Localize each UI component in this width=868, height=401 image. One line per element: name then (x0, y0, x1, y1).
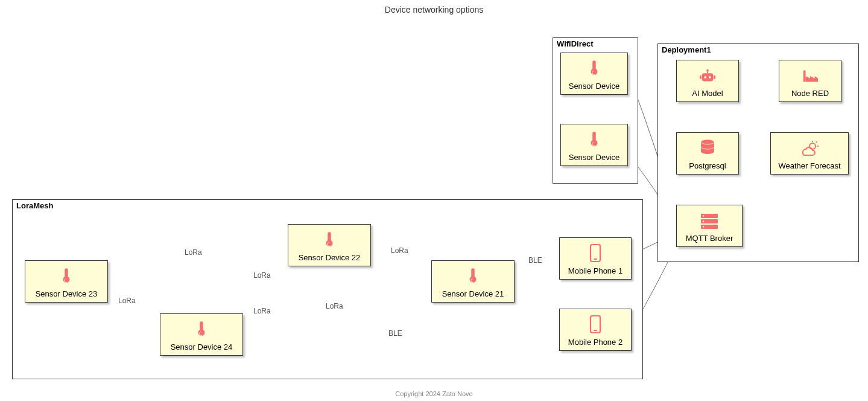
node-mobile-phone-2[interactable]: Mobile Phone 2 (559, 309, 632, 351)
package-label-wifidirect: WifiDirect (557, 39, 594, 48)
svg-rect-4 (702, 73, 714, 81)
database-icon (699, 139, 716, 159)
svg-point-23 (200, 332, 203, 336)
edge-label-lora: LoRa (253, 307, 271, 315)
node-sensor-device-22[interactable]: Sensor Device 22 (288, 224, 371, 266)
node-label: Sensor Device 22 (299, 253, 361, 262)
edge-label-lora: LoRa (326, 302, 343, 310)
node-label: Sensor Device 21 (442, 289, 504, 298)
factory-icon (801, 68, 819, 86)
package-label-deployment1: Deployment1 (662, 45, 711, 54)
footer-copyright: Copyright 2024 Zato Novo (0, 390, 868, 397)
thermometer-icon (195, 320, 208, 340)
diagram-title: Device networking options (0, 5, 868, 14)
svg-rect-8 (714, 75, 715, 79)
node-mobile-phone-1[interactable]: Mobile Phone 1 (559, 237, 632, 280)
svg-point-1 (592, 143, 596, 146)
node-label: Node RED (791, 89, 829, 98)
node-label: Mobile Phone 2 (568, 338, 622, 347)
svg-rect-29 (594, 330, 597, 331)
edge-label-lora: LoRa (185, 248, 202, 257)
svg-rect-3 (707, 71, 708, 74)
svg-point-6 (709, 76, 711, 79)
node-wifi-sensor-1[interactable]: Sensor Device (560, 53, 628, 95)
svg-rect-7 (700, 75, 702, 79)
node-ai-model[interactable]: AI Model (676, 60, 739, 102)
svg-point-5 (704, 76, 706, 79)
node-label: Sensor Device (569, 153, 620, 162)
edge-label-lora: LoRa (253, 271, 271, 280)
edge-label-lora: LoRa (391, 246, 408, 255)
thermometer-icon (60, 267, 73, 287)
server-icon (700, 213, 719, 231)
thermometer-icon (588, 59, 601, 79)
svg-rect-9 (803, 71, 806, 82)
package-label-loramesh: LoraMesh (16, 201, 53, 210)
node-wifi-sensor-2[interactable]: Sensor Device (560, 124, 628, 166)
node-postgresql[interactable]: Postgresql (676, 132, 739, 175)
node-label: Mobile Phone 1 (568, 266, 622, 275)
svg-rect-27 (594, 258, 597, 260)
thermometer-icon (323, 231, 336, 251)
node-label: Sensor Device 23 (36, 289, 98, 298)
node-sensor-device-23[interactable]: Sensor Device 23 (25, 260, 108, 303)
edge-label-ble: BLE (528, 256, 542, 265)
thermometer-icon (588, 130, 601, 150)
node-mqtt-broker[interactable]: MQTT Broker (676, 205, 743, 247)
thermometer-icon (466, 267, 480, 287)
node-node-red[interactable]: Node RED (779, 60, 841, 102)
svg-point-20 (703, 220, 704, 222)
node-label: MQTT Broker (686, 234, 733, 243)
svg-point-21 (703, 226, 704, 227)
svg-line-15 (816, 142, 817, 143)
node-label: Postgresql (689, 161, 726, 170)
node-label: Sensor Device 24 (171, 342, 233, 351)
package-wifidirect: WifiDirect Sensor Device Sensor Device (553, 37, 638, 184)
svg-point-19 (703, 215, 704, 216)
package-deployment1: Deployment1 AI Model Node RED Postgresql… (657, 43, 859, 262)
node-weather-forecast[interactable]: Weather Forecast (770, 132, 849, 175)
mobile-phone-icon (589, 315, 601, 335)
mobile-phone-icon (589, 244, 601, 264)
node-label: Weather Forecast (778, 161, 840, 170)
robot-icon (699, 68, 717, 86)
edge-label-lora: LoRa (118, 297, 136, 305)
node-sensor-device-21[interactable]: Sensor Device 21 (431, 260, 515, 303)
edge-label-ble: BLE (388, 329, 402, 338)
svg-point-0 (592, 71, 596, 75)
node-label: Sensor Device (569, 82, 620, 91)
weather-icon (799, 140, 820, 159)
package-loramesh: LoraMesh Sensor Device 23 Sensor Device … (12, 199, 643, 379)
node-sensor-device-24[interactable]: Sensor Device 24 (160, 313, 243, 356)
node-label: AI Model (692, 89, 723, 98)
svg-point-25 (471, 279, 475, 283)
svg-point-24 (328, 243, 331, 246)
svg-point-22 (65, 279, 68, 283)
